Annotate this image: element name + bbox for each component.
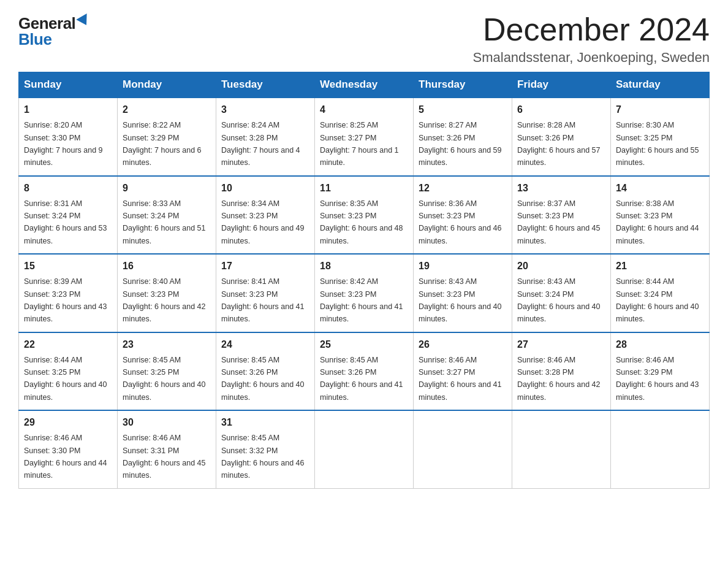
day-info: Sunrise: 8:36 AMSunset: 3:23 PMDaylight:… bbox=[419, 199, 502, 245]
day-number: 14 bbox=[616, 181, 704, 196]
day-number: 12 bbox=[419, 181, 507, 196]
day-number: 9 bbox=[123, 181, 211, 196]
weekday-header-thursday: Thursday bbox=[414, 72, 512, 98]
calendar-cell: 12 Sunrise: 8:36 AMSunset: 3:23 PMDaylig… bbox=[414, 176, 512, 255]
day-info: Sunrise: 8:46 AMSunset: 3:27 PMDaylight:… bbox=[419, 356, 502, 402]
calendar-cell: 24 Sunrise: 8:45 AMSunset: 3:26 PMDaylig… bbox=[216, 332, 315, 411]
calendar-cell: 4 Sunrise: 8:25 AMSunset: 3:27 PMDayligh… bbox=[315, 98, 414, 176]
weekday-header-friday: Friday bbox=[512, 72, 611, 98]
calendar-cell: 29 Sunrise: 8:46 AMSunset: 3:30 PMDaylig… bbox=[19, 410, 118, 488]
day-info: Sunrise: 8:25 AMSunset: 3:27 PMDaylight:… bbox=[320, 121, 399, 167]
calendar-cell: 30 Sunrise: 8:46 AMSunset: 3:31 PMDaylig… bbox=[118, 410, 216, 488]
day-info: Sunrise: 8:22 AMSunset: 3:29 PMDaylight:… bbox=[123, 121, 202, 167]
day-number: 28 bbox=[616, 337, 704, 352]
calendar-cell: 25 Sunrise: 8:45 AMSunset: 3:26 PMDaylig… bbox=[315, 332, 414, 411]
calendar-cell: 2 Sunrise: 8:22 AMSunset: 3:29 PMDayligh… bbox=[118, 98, 216, 176]
calendar-cell: 22 Sunrise: 8:44 AMSunset: 3:25 PMDaylig… bbox=[19, 332, 118, 411]
day-number: 6 bbox=[517, 102, 605, 117]
day-number: 22 bbox=[24, 337, 112, 352]
day-number: 5 bbox=[419, 102, 507, 117]
calendar-cell bbox=[512, 410, 611, 488]
day-info: Sunrise: 8:44 AMSunset: 3:24 PMDaylight:… bbox=[616, 277, 699, 323]
day-number: 10 bbox=[221, 181, 309, 196]
calendar-cell: 13 Sunrise: 8:37 AMSunset: 3:23 PMDaylig… bbox=[512, 176, 611, 255]
calendar-cell: 11 Sunrise: 8:35 AMSunset: 3:23 PMDaylig… bbox=[315, 176, 414, 255]
calendar-week-row: 8 Sunrise: 8:31 AMSunset: 3:24 PMDayligh… bbox=[19, 176, 710, 255]
day-number: 19 bbox=[419, 259, 507, 274]
day-info: Sunrise: 8:27 AMSunset: 3:26 PMDaylight:… bbox=[419, 121, 502, 167]
day-number: 11 bbox=[320, 181, 408, 196]
calendar-cell: 19 Sunrise: 8:43 AMSunset: 3:23 PMDaylig… bbox=[414, 254, 512, 332]
calendar-cell: 6 Sunrise: 8:28 AMSunset: 3:26 PMDayligh… bbox=[512, 98, 611, 176]
weekday-header-saturday: Saturday bbox=[611, 72, 710, 98]
day-number: 27 bbox=[517, 337, 605, 352]
day-info: Sunrise: 8:30 AMSunset: 3:25 PMDaylight:… bbox=[616, 121, 699, 167]
day-info: Sunrise: 8:43 AMSunset: 3:23 PMDaylight:… bbox=[419, 277, 502, 323]
weekday-header-monday: Monday bbox=[118, 72, 216, 98]
day-number: 2 bbox=[123, 102, 211, 117]
day-info: Sunrise: 8:35 AMSunset: 3:23 PMDaylight:… bbox=[320, 199, 403, 245]
day-number: 3 bbox=[221, 102, 309, 117]
day-number: 15 bbox=[24, 259, 112, 274]
day-number: 29 bbox=[24, 415, 112, 430]
title-block: December 2024 Smalandsstenar, Joenkoepin… bbox=[473, 12, 710, 66]
calendar-cell: 18 Sunrise: 8:42 AMSunset: 3:23 PMDaylig… bbox=[315, 254, 414, 332]
calendar-cell: 20 Sunrise: 8:43 AMSunset: 3:24 PMDaylig… bbox=[512, 254, 611, 332]
day-number: 1 bbox=[24, 102, 112, 117]
calendar-cell: 27 Sunrise: 8:46 AMSunset: 3:28 PMDaylig… bbox=[512, 332, 611, 411]
day-number: 4 bbox=[320, 102, 408, 117]
day-info: Sunrise: 8:46 AMSunset: 3:31 PMDaylight:… bbox=[123, 434, 206, 480]
day-info: Sunrise: 8:45 AMSunset: 3:26 PMDaylight:… bbox=[221, 356, 305, 402]
day-info: Sunrise: 8:44 AMSunset: 3:25 PMDaylight:… bbox=[24, 356, 107, 402]
day-info: Sunrise: 8:31 AMSunset: 3:24 PMDaylight:… bbox=[24, 199, 107, 245]
day-number: 30 bbox=[123, 415, 211, 430]
logo-general-text: General bbox=[18, 15, 75, 31]
day-number: 24 bbox=[221, 337, 309, 352]
calendar-cell: 31 Sunrise: 8:45 AMSunset: 3:32 PMDaylig… bbox=[216, 410, 315, 488]
weekday-header-tuesday: Tuesday bbox=[216, 72, 315, 98]
day-info: Sunrise: 8:38 AMSunset: 3:23 PMDaylight:… bbox=[616, 199, 699, 245]
calendar-cell: 16 Sunrise: 8:40 AMSunset: 3:23 PMDaylig… bbox=[118, 254, 216, 332]
day-number: 23 bbox=[123, 337, 211, 352]
calendar-cell: 23 Sunrise: 8:45 AMSunset: 3:25 PMDaylig… bbox=[118, 332, 216, 411]
weekday-header-wednesday: Wednesday bbox=[315, 72, 414, 98]
calendar-cell: 9 Sunrise: 8:33 AMSunset: 3:24 PMDayligh… bbox=[118, 176, 216, 255]
day-info: Sunrise: 8:41 AMSunset: 3:23 PMDaylight:… bbox=[221, 277, 305, 323]
calendar-week-row: 29 Sunrise: 8:46 AMSunset: 3:30 PMDaylig… bbox=[19, 410, 710, 488]
day-info: Sunrise: 8:20 AMSunset: 3:30 PMDaylight:… bbox=[24, 121, 103, 167]
day-info: Sunrise: 8:42 AMSunset: 3:23 PMDaylight:… bbox=[320, 277, 403, 323]
day-info: Sunrise: 8:33 AMSunset: 3:24 PMDaylight:… bbox=[123, 199, 206, 245]
day-info: Sunrise: 8:46 AMSunset: 3:30 PMDaylight:… bbox=[24, 434, 107, 480]
day-number: 7 bbox=[616, 102, 704, 117]
day-info: Sunrise: 8:24 AMSunset: 3:28 PMDaylight:… bbox=[221, 121, 300, 167]
calendar-cell: 8 Sunrise: 8:31 AMSunset: 3:24 PMDayligh… bbox=[19, 176, 118, 255]
day-info: Sunrise: 8:45 AMSunset: 3:32 PMDaylight:… bbox=[221, 434, 305, 480]
page-header: General Blue December 2024 Smalandsstena… bbox=[18, 12, 710, 66]
calendar-cell: 17 Sunrise: 8:41 AMSunset: 3:23 PMDaylig… bbox=[216, 254, 315, 332]
calendar-header-row: SundayMondayTuesdayWednesdayThursdayFrid… bbox=[19, 72, 710, 98]
calendar-cell bbox=[611, 410, 710, 488]
calendar-cell: 10 Sunrise: 8:34 AMSunset: 3:23 PMDaylig… bbox=[216, 176, 315, 255]
day-number: 8 bbox=[24, 181, 112, 196]
day-info: Sunrise: 8:46 AMSunset: 3:29 PMDaylight:… bbox=[616, 356, 699, 402]
day-info: Sunrise: 8:37 AMSunset: 3:23 PMDaylight:… bbox=[517, 199, 601, 245]
day-number: 17 bbox=[221, 259, 309, 274]
calendar-cell bbox=[414, 410, 512, 488]
day-number: 31 bbox=[221, 415, 309, 430]
day-info: Sunrise: 8:28 AMSunset: 3:26 PMDaylight:… bbox=[517, 121, 601, 167]
day-number: 25 bbox=[320, 337, 408, 352]
month-title: December 2024 bbox=[473, 12, 710, 47]
calendar-cell bbox=[315, 410, 414, 488]
day-number: 21 bbox=[616, 259, 704, 274]
calendar-cell: 15 Sunrise: 8:39 AMSunset: 3:23 PMDaylig… bbox=[19, 254, 118, 332]
day-info: Sunrise: 8:46 AMSunset: 3:28 PMDaylight:… bbox=[517, 356, 601, 402]
day-info: Sunrise: 8:34 AMSunset: 3:23 PMDaylight:… bbox=[221, 199, 305, 245]
day-number: 16 bbox=[123, 259, 211, 274]
logo-blue-text: Blue bbox=[18, 31, 51, 47]
logo-triangle-icon bbox=[77, 13, 92, 28]
calendar-table: SundayMondayTuesdayWednesdayThursdayFrid… bbox=[18, 72, 710, 489]
day-info: Sunrise: 8:43 AMSunset: 3:24 PMDaylight:… bbox=[517, 277, 601, 323]
calendar-cell: 1 Sunrise: 8:20 AMSunset: 3:30 PMDayligh… bbox=[19, 98, 118, 176]
weekday-header-sunday: Sunday bbox=[19, 72, 118, 98]
day-info: Sunrise: 8:45 AMSunset: 3:25 PMDaylight:… bbox=[123, 356, 206, 402]
